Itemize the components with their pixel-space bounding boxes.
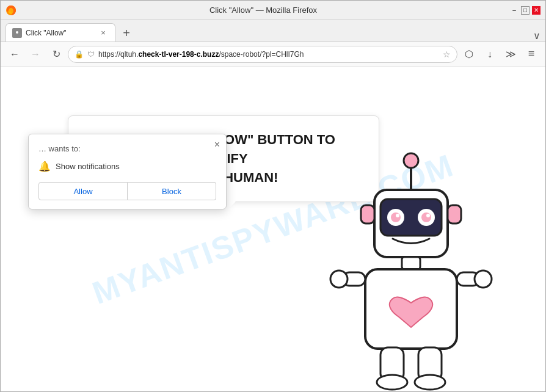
window-title: Click "Allow" — Mozilla Firefox: [16, 5, 510, 15]
title-bar-left: [5, 5, 16, 16]
popup-wants-to-label: … wants to:: [38, 144, 216, 153]
maximize-button[interactable]: □: [521, 6, 530, 15]
lock-icon: 🔒: [75, 50, 84, 59]
window-controls: – □ ✕: [510, 6, 541, 15]
svg-point-3: [16, 31, 18, 34]
forward-button[interactable]: →: [26, 45, 45, 64]
popup-close-button[interactable]: ×: [214, 139, 220, 150]
svg-point-24: [377, 375, 407, 390]
notification-bell-icon: 🔔: [38, 161, 51, 172]
svg-rect-14: [361, 205, 374, 223]
tab-close-button[interactable]: ×: [98, 27, 109, 38]
svg-rect-16: [402, 257, 420, 269]
popup-buttons: Allow Block: [38, 182, 216, 200]
nav-icons-right: ⬡ ↓ ≫ ≡: [460, 45, 541, 64]
reload-button[interactable]: ↻: [47, 45, 65, 64]
allow-button[interactable]: Allow: [38, 182, 128, 200]
active-tab[interactable]: Click "Allow" ×: [5, 23, 115, 42]
permission-popup: × … wants to: 🔔 Show notifications Allow…: [28, 134, 227, 209]
url-prefix: https://qltuh.: [98, 50, 138, 59]
tab-expand-button[interactable]: ∨: [533, 30, 541, 42]
robot-illustration: [313, 147, 509, 391]
svg-point-19: [330, 270, 348, 288]
svg-point-5: [404, 153, 418, 168]
nav-bar: ← → ↻ 🔒 🛡 https://qltuh.check-tl-ver-198…: [1, 42, 545, 67]
url-text: https://qltuh.check-tl-ver-198-c.buzz/sp…: [98, 50, 439, 59]
svg-point-9: [391, 212, 401, 222]
block-button[interactable]: Block: [128, 182, 216, 200]
bookmark-button[interactable]: ⬡: [460, 45, 478, 64]
back-button[interactable]: ←: [5, 45, 24, 64]
address-bar[interactable]: 🔒 🛡 https://qltuh.check-tl-ver-198-c.buz…: [68, 46, 457, 63]
url-path: /space-robot/?pl=CHlI7Gh: [219, 50, 304, 59]
svg-rect-15: [448, 205, 461, 223]
svg-point-21: [475, 270, 492, 288]
menu-button[interactable]: ≡: [522, 45, 541, 64]
tab-label: Click "Allow": [26, 29, 67, 37]
tab-bar: Click "Allow" × + ∨: [1, 20, 545, 42]
more-tools-button[interactable]: ≫: [501, 45, 520, 64]
close-button[interactable]: ✕: [532, 6, 541, 15]
url-domain: check-tl-ver-198-c.buzz: [138, 50, 219, 59]
tab-favicon: [12, 28, 22, 38]
popup-permission-row: 🔔 Show notifications: [38, 161, 216, 172]
minimize-button[interactable]: –: [510, 6, 519, 15]
new-tab-button[interactable]: +: [118, 24, 135, 42]
downloads-button[interactable]: ↓: [481, 45, 499, 64]
bookmark-icon[interactable]: ☆: [443, 49, 451, 59]
title-bar: Click "Allow" — Mozilla Firefox – □ ✕: [1, 1, 545, 20]
firefox-icon: [5, 5, 16, 16]
browser-window: Click "Allow" — Mozilla Firefox – □ ✕ Cl…: [0, 0, 546, 392]
shield-icon: 🛡: [87, 50, 95, 59]
permission-label: Show notifications: [56, 162, 120, 171]
page-content: MYANTISPYWARE.COM PRESS THE "ALLOW" BUTT…: [1, 67, 545, 391]
svg-point-13: [426, 214, 430, 217]
svg-point-10: [396, 214, 399, 217]
svg-point-12: [421, 212, 431, 222]
svg-point-25: [415, 375, 445, 390]
svg-point-1: [9, 8, 13, 14]
